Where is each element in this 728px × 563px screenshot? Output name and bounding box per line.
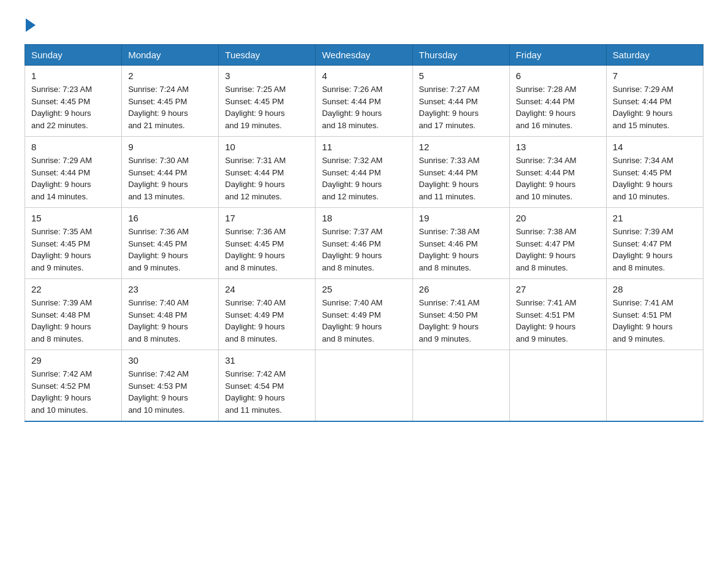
day-number: 25 [322, 284, 406, 294]
day-number: 20 [516, 213, 600, 223]
day-number: 22 [31, 284, 115, 294]
calendar-cell: 14 Sunrise: 7:34 AM Sunset: 4:45 PM Dayl… [606, 137, 703, 208]
calendar-week-row: 22 Sunrise: 7:39 AM Sunset: 4:48 PM Dayl… [25, 279, 703, 350]
day-info: Sunrise: 7:28 AM Sunset: 4:44 PM Dayligh… [516, 83, 600, 131]
calendar-cell: 8 Sunrise: 7:29 AM Sunset: 4:44 PM Dayli… [25, 137, 122, 208]
day-number: 5 [419, 71, 503, 81]
day-number: 4 [322, 71, 406, 81]
day-info: Sunrise: 7:40 AM Sunset: 4:49 PM Dayligh… [225, 297, 309, 345]
day-info: Sunrise: 7:29 AM Sunset: 4:44 PM Dayligh… [613, 83, 697, 131]
day-info: Sunrise: 7:38 AM Sunset: 4:46 PM Dayligh… [419, 226, 503, 274]
day-info: Sunrise: 7:32 AM Sunset: 4:44 PM Dayligh… [322, 155, 406, 202]
day-info: Sunrise: 7:36 AM Sunset: 4:45 PM Dayligh… [225, 226, 309, 274]
day-info: Sunrise: 7:34 AM Sunset: 4:44 PM Dayligh… [516, 155, 600, 202]
calendar-header-tuesday: Tuesday [219, 45, 316, 66]
calendar-cell: 22 Sunrise: 7:39 AM Sunset: 4:48 PM Dayl… [25, 279, 122, 350]
calendar-cell: 26 Sunrise: 7:41 AM Sunset: 4:50 PM Dayl… [412, 279, 509, 350]
day-number: 6 [516, 71, 600, 81]
calendar-cell: 15 Sunrise: 7:35 AM Sunset: 4:45 PM Dayl… [25, 208, 122, 279]
calendar-cell [606, 350, 703, 422]
calendar-cell: 12 Sunrise: 7:33 AM Sunset: 4:44 PM Dayl… [412, 137, 509, 208]
day-info: Sunrise: 7:33 AM Sunset: 4:44 PM Dayligh… [419, 155, 503, 202]
day-number: 13 [516, 142, 600, 152]
day-number: 29 [31, 355, 115, 366]
calendar-cell: 17 Sunrise: 7:36 AM Sunset: 4:45 PM Dayl… [219, 208, 316, 279]
day-info: Sunrise: 7:24 AM Sunset: 4:45 PM Dayligh… [128, 83, 212, 131]
calendar-header-monday: Monday [122, 45, 219, 66]
calendar-cell: 5 Sunrise: 7:27 AM Sunset: 4:44 PM Dayli… [412, 66, 509, 137]
logo [25, 18, 36, 32]
calendar-cell: 25 Sunrise: 7:40 AM Sunset: 4:49 PM Dayl… [316, 279, 412, 350]
calendar-cell: 27 Sunrise: 7:41 AM Sunset: 4:51 PM Dayl… [509, 279, 606, 350]
day-number: 1 [31, 71, 115, 81]
day-number: 15 [31, 213, 115, 223]
calendar-header-thursday: Thursday [412, 45, 509, 66]
calendar-cell: 6 Sunrise: 7:28 AM Sunset: 4:44 PM Dayli… [509, 66, 606, 137]
day-number: 3 [225, 71, 309, 81]
calendar-cell: 3 Sunrise: 7:25 AM Sunset: 4:45 PM Dayli… [219, 66, 316, 137]
day-info: Sunrise: 7:42 AM Sunset: 4:53 PM Dayligh… [128, 368, 212, 416]
day-info: Sunrise: 7:27 AM Sunset: 4:44 PM Dayligh… [419, 83, 503, 131]
calendar-cell: 10 Sunrise: 7:31 AM Sunset: 4:44 PM Dayl… [219, 137, 316, 208]
day-info: Sunrise: 7:31 AM Sunset: 4:44 PM Dayligh… [225, 155, 309, 202]
calendar-cell [316, 350, 412, 422]
day-number: 2 [128, 71, 212, 81]
calendar-cell: 29 Sunrise: 7:42 AM Sunset: 4:52 PM Dayl… [25, 350, 122, 422]
calendar-week-row: 29 Sunrise: 7:42 AM Sunset: 4:52 PM Dayl… [25, 350, 703, 422]
logo-arrow-icon [26, 18, 36, 32]
day-number: 11 [322, 142, 406, 152]
calendar-table: SundayMondayTuesdayWednesdayThursdayFrid… [25, 44, 703, 422]
day-info: Sunrise: 7:25 AM Sunset: 4:45 PM Dayligh… [225, 83, 309, 131]
calendar-cell: 19 Sunrise: 7:38 AM Sunset: 4:46 PM Dayl… [412, 208, 509, 279]
day-info: Sunrise: 7:34 AM Sunset: 4:45 PM Dayligh… [613, 155, 697, 202]
calendar-cell: 21 Sunrise: 7:39 AM Sunset: 4:47 PM Dayl… [606, 208, 703, 279]
calendar-cell: 2 Sunrise: 7:24 AM Sunset: 4:45 PM Dayli… [122, 66, 219, 137]
day-info: Sunrise: 7:30 AM Sunset: 4:44 PM Dayligh… [128, 155, 212, 202]
day-number: 27 [516, 284, 600, 294]
day-info: Sunrise: 7:40 AM Sunset: 4:48 PM Dayligh… [128, 297, 212, 345]
day-number: 28 [613, 284, 697, 294]
day-number: 10 [225, 142, 309, 152]
calendar-week-row: 1 Sunrise: 7:23 AM Sunset: 4:45 PM Dayli… [25, 66, 703, 137]
calendar-cell: 1 Sunrise: 7:23 AM Sunset: 4:45 PM Dayli… [25, 66, 122, 137]
calendar-cell: 31 Sunrise: 7:42 AM Sunset: 4:54 PM Dayl… [219, 350, 316, 422]
day-info: Sunrise: 7:26 AM Sunset: 4:44 PM Dayligh… [322, 83, 406, 131]
day-number: 26 [419, 284, 503, 294]
calendar-cell: 11 Sunrise: 7:32 AM Sunset: 4:44 PM Dayl… [316, 137, 412, 208]
day-info: Sunrise: 7:41 AM Sunset: 4:51 PM Dayligh… [516, 297, 600, 345]
day-info: Sunrise: 7:37 AM Sunset: 4:46 PM Dayligh… [322, 226, 406, 274]
calendar-week-row: 15 Sunrise: 7:35 AM Sunset: 4:45 PM Dayl… [25, 208, 703, 279]
day-info: Sunrise: 7:39 AM Sunset: 4:47 PM Dayligh… [613, 226, 697, 274]
calendar-cell: 4 Sunrise: 7:26 AM Sunset: 4:44 PM Dayli… [316, 66, 412, 137]
day-number: 21 [613, 213, 697, 223]
day-number: 30 [128, 355, 212, 366]
calendar-cell [509, 350, 606, 422]
day-number: 17 [225, 213, 309, 223]
day-number: 31 [225, 355, 309, 366]
day-number: 9 [128, 142, 212, 152]
day-info: Sunrise: 7:42 AM Sunset: 4:52 PM Dayligh… [31, 368, 115, 416]
calendar-cell: 16 Sunrise: 7:36 AM Sunset: 4:45 PM Dayl… [122, 208, 219, 279]
day-info: Sunrise: 7:39 AM Sunset: 4:48 PM Dayligh… [31, 297, 115, 345]
calendar-header-row: SundayMondayTuesdayWednesdayThursdayFrid… [25, 45, 703, 66]
day-info: Sunrise: 7:41 AM Sunset: 4:51 PM Dayligh… [613, 297, 697, 345]
calendar-header-sunday: Sunday [25, 45, 122, 66]
calendar-cell [412, 350, 509, 422]
day-number: 23 [128, 284, 212, 294]
calendar-cell: 24 Sunrise: 7:40 AM Sunset: 4:49 PM Dayl… [219, 279, 316, 350]
day-number: 19 [419, 213, 503, 223]
page-header [25, 18, 703, 32]
day-number: 24 [225, 284, 309, 294]
calendar-week-row: 8 Sunrise: 7:29 AM Sunset: 4:44 PM Dayli… [25, 137, 703, 208]
day-number: 12 [419, 142, 503, 152]
day-info: Sunrise: 7:38 AM Sunset: 4:47 PM Dayligh… [516, 226, 600, 274]
calendar-cell: 9 Sunrise: 7:30 AM Sunset: 4:44 PM Dayli… [122, 137, 219, 208]
calendar-header-friday: Friday [509, 45, 606, 66]
day-number: 16 [128, 213, 212, 223]
day-info: Sunrise: 7:36 AM Sunset: 4:45 PM Dayligh… [128, 226, 212, 274]
day-info: Sunrise: 7:42 AM Sunset: 4:54 PM Dayligh… [225, 368, 309, 416]
calendar-header-saturday: Saturday [606, 45, 703, 66]
calendar-cell: 20 Sunrise: 7:38 AM Sunset: 4:47 PM Dayl… [509, 208, 606, 279]
calendar-cell: 23 Sunrise: 7:40 AM Sunset: 4:48 PM Dayl… [122, 279, 219, 350]
day-info: Sunrise: 7:41 AM Sunset: 4:50 PM Dayligh… [419, 297, 503, 345]
